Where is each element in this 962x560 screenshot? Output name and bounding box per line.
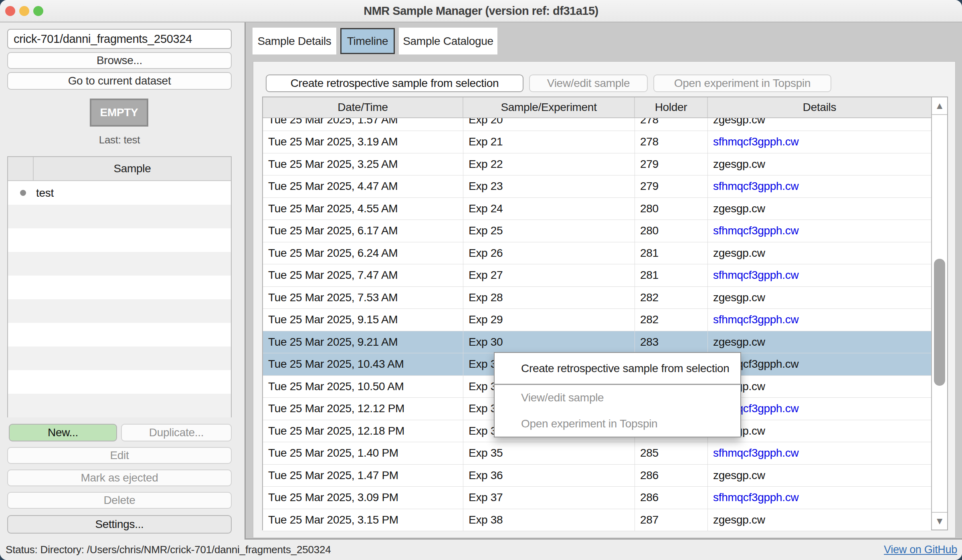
app-window: NMR Sample Manager (version ref: df31a15… — [0, 0, 962, 560]
timeline-table-header: Date/TimeSample/ExperimentHolderDetails — [263, 97, 931, 118]
toolbar-view-edit-sample-button[interactable]: View/edit sample — [529, 75, 648, 92]
cell-datetime: Tue 25 Mar 2025, 12.18 PM — [263, 420, 463, 442]
cell-datetime: Tue 25 Mar 2025, 3.19 AM — [263, 131, 463, 153]
cell-datetime: Tue 25 Mar 2025, 1.47 PM — [263, 465, 463, 487]
cell-details[interactable]: sfhmqcf3gpph.cw — [708, 264, 931, 286]
column-header: Holder — [635, 97, 708, 117]
cell-holder: 282 — [635, 287, 708, 309]
table-row[interactable]: Tue 25 Mar 2025, 7.53 AMExp 28282zgesgp.… — [263, 287, 931, 309]
cell-experiment: Exp 24 — [463, 198, 635, 220]
cell-datetime: Tue 25 Mar 2025, 3.09 PM — [263, 487, 463, 509]
table-row[interactable]: Tue 25 Mar 2025, 7.47 AMExp 27281sfhmqcf… — [263, 264, 931, 287]
cell-details: zgesgp.cw — [708, 198, 931, 220]
edit-button[interactable]: Edit — [7, 447, 232, 464]
tab-sample-catalogue[interactable]: Sample Catalogue — [399, 28, 497, 54]
cell-details[interactable]: sfhmqcf3gpph.cw — [708, 353, 931, 375]
view-on-github-link[interactable]: View on GitHub — [884, 540, 957, 560]
cell-details: zgesgp.cw — [708, 465, 931, 487]
cell-datetime: Tue 25 Mar 2025, 7.53 AM — [263, 287, 463, 309]
toolbar-open-experiment-in-topspin-button[interactable]: Open experiment in Topspin — [653, 75, 831, 92]
column-header: Details — [708, 97, 931, 117]
cell-holder: 281 — [635, 264, 708, 286]
table-row[interactable]: Tue 25 Mar 2025, 6.24 AMExp 26281zgesgp.… — [263, 242, 931, 265]
duplicate-button[interactable]: Duplicate... — [121, 424, 232, 441]
cell-details[interactable]: sfhmqcf3gpph.cw — [708, 175, 931, 197]
cell-experiment: Exp 21 — [463, 131, 635, 153]
vertical-scrollbar: ▲ ▼ — [931, 97, 947, 530]
dataset-path-input[interactable]: crick-701/danni_fragments_250324 — [7, 29, 232, 49]
tab-timeline[interactable]: Timeline — [340, 28, 395, 54]
mark-as-ejected-button[interactable]: Mark as ejected — [7, 469, 232, 486]
table-row[interactable]: Tue 25 Mar 2025, 3.25 AMExp 22279zgesgp.… — [263, 153, 931, 176]
table-row[interactable]: Tue 25 Mar 2025, 1.47 PMExp 36286zgesgp.… — [263, 465, 931, 487]
table-row[interactable]: Tue 25 Mar 2025, 3.09 PMExp 37286sfhmqcf… — [263, 487, 931, 509]
window-title: NMR Sample Manager (version ref: df31a15… — [0, 0, 962, 22]
table-row-clipped[interactable]: Tue 25 Mar 2025, 1.57 AMExp 20278zgesgp.… — [263, 118, 931, 131]
cell-details[interactable]: sfhmqcf3gpph.cw — [708, 220, 931, 242]
cell-details[interactable]: sfhmqcf3gpph.cw — [708, 131, 931, 153]
cell-details[interactable]: sfhmqcf3gpph.cw — [708, 442, 931, 464]
toolbar-create-retrospective-sample-from-selecti-button[interactable]: Create retrospective sample from selecti… — [266, 75, 523, 92]
scrollbar-thumb[interactable] — [934, 259, 945, 386]
cell-experiment: Exp 20 — [463, 118, 635, 131]
status-text: Status: Directory: /Users/chris/NMR/cric… — [6, 540, 331, 560]
cell-experiment: Exp 30 — [463, 331, 635, 353]
cell-experiment: Exp 22 — [463, 153, 635, 175]
cell-experiment: Exp 29 — [463, 309, 635, 331]
context-menu-item-open-experiment-in-topspin[interactable]: Open experiment in Topspin — [495, 411, 740, 437]
cell-holder: 285 — [635, 442, 708, 464]
scroll-up-arrow-icon[interactable]: ▲ — [932, 97, 947, 115]
cell-holder: 280 — [635, 198, 708, 220]
timeline-table: Date/TimeSample/ExperimentHolderDetails … — [262, 97, 948, 530]
sample-list-item[interactable]: test — [8, 181, 231, 205]
context-menu-item-view-edit-sample[interactable]: View/edit sample — [495, 385, 740, 411]
cell-details: zgesgp.cw — [708, 509, 931, 531]
cell-datetime: Tue 25 Mar 2025, 12.12 PM — [263, 398, 463, 420]
cell-details: zgesgp.cw — [708, 331, 931, 353]
delete-button[interactable]: Delete — [7, 492, 232, 509]
context-menu-item-create-retrospective-sample-from-selecti[interactable]: Create retrospective sample from selecti… — [495, 353, 740, 385]
cell-details[interactable]: sfhmqcf3gpph.cw — [708, 398, 931, 420]
cell-experiment: Exp 26 — [463, 242, 635, 264]
cell-datetime: Tue 25 Mar 2025, 6.17 AM — [263, 220, 463, 242]
cell-experiment: Exp 37 — [463, 487, 635, 509]
empty-status-indicator[interactable]: EMPTY — [90, 99, 148, 127]
tab-sample-details[interactable]: Sample Details — [253, 28, 336, 54]
table-row[interactable]: Tue 25 Mar 2025, 9.15 AMExp 29282sfhmqcf… — [263, 309, 931, 331]
cell-holder: 278 — [635, 118, 708, 131]
table-row[interactable]: Tue 25 Mar 2025, 4.55 AMExp 24280zgesgp.… — [263, 198, 931, 220]
cell-experiment: Exp 25 — [463, 220, 635, 242]
browse-button[interactable]: Browse... — [7, 52, 232, 69]
cell-holder: 287 — [635, 509, 708, 531]
table-row[interactable]: Tue 25 Mar 2025, 6.17 AMExp 25280sfhmqcf… — [263, 220, 931, 242]
table-row[interactable]: Tue 25 Mar 2025, 3.19 AMExp 21278sfhmqcf… — [263, 131, 931, 153]
cell-datetime: Tue 25 Mar 2025, 10.43 AM — [263, 353, 463, 375]
sample-list-empty-row — [8, 346, 231, 370]
cell-details[interactable]: sfhmqcf3gpph.cw — [708, 487, 931, 509]
scroll-down-arrow-icon[interactable]: ▼ — [932, 512, 947, 530]
table-row[interactable]: Tue 25 Mar 2025, 1.57 AMExp 20278zgesgp.… — [263, 118, 931, 131]
cell-datetime: Tue 25 Mar 2025, 3.25 AM — [263, 153, 463, 175]
column-header: Date/Time — [263, 97, 463, 117]
table-row[interactable]: Tue 25 Mar 2025, 4.47 AMExp 23279sfhmqcf… — [263, 175, 931, 198]
cell-details[interactable]: sfhmqcf3gpph.cw — [708, 309, 931, 331]
sample-status-column — [8, 157, 34, 180]
table-row[interactable]: Tue 25 Mar 2025, 1.40 PMExp 35285sfhmqcf… — [263, 442, 931, 465]
cell-experiment: Exp 36 — [463, 465, 635, 487]
sample-list-empty-row — [8, 276, 231, 299]
column-header: Sample/Experiment — [463, 97, 635, 117]
table-row[interactable]: Tue 25 Mar 2025, 3.15 PMExp 38287zgesgp.… — [263, 509, 931, 532]
title-bar: NMR Sample Manager (version ref: df31a15… — [0, 0, 962, 22]
table-row[interactable]: Tue 25 Mar 2025, 9.21 AMExp 30283zgesgp.… — [263, 331, 931, 354]
sample-list-empty-row — [8, 205, 231, 228]
settings-button[interactable]: Settings... — [7, 515, 232, 534]
sample-list-header: Sample — [8, 157, 231, 181]
sample-name: test — [36, 187, 54, 199]
cell-experiment: Exp 35 — [463, 442, 635, 464]
cell-datetime: Tue 25 Mar 2025, 3.15 PM — [263, 509, 463, 531]
go-to-current-dataset-button[interactable]: Go to current dataset — [7, 72, 232, 90]
sample-list-empty-row — [8, 299, 231, 323]
new-button[interactable]: New... — [9, 424, 117, 441]
cell-experiment: Exp 38 — [463, 509, 635, 531]
cell-datetime: Tue 25 Mar 2025, 9.15 AM — [263, 309, 463, 331]
